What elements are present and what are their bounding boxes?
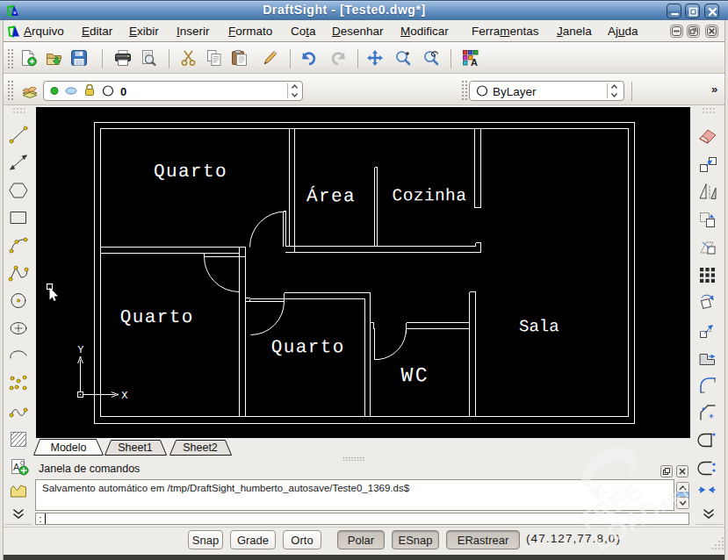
svg-text:Quarto: Quarto — [271, 337, 345, 357]
svg-text:Área: Área — [306, 186, 356, 206]
svg-text:Sheet1: Sheet1 — [118, 442, 153, 454]
svg-text:0: 0 — [120, 85, 126, 98]
svg-text:Quarto: Quarto — [120, 307, 194, 327]
svg-text:A: A — [471, 57, 478, 68]
svg-text:Sala: Sala — [519, 317, 559, 336]
svg-text:Cozinha: Cozinha — [393, 186, 467, 205]
svg-text:Sheet2: Sheet2 — [183, 442, 218, 454]
svg-text:ByLayer: ByLayer — [493, 85, 537, 98]
svg-text:Modelo: Modelo — [51, 442, 87, 454]
svg-text:Quarto: Quarto — [154, 162, 227, 182]
svg-text:X: X — [121, 390, 127, 402]
svg-text:WC: WC — [401, 364, 430, 387]
svg-text:Y: Y — [77, 344, 83, 356]
